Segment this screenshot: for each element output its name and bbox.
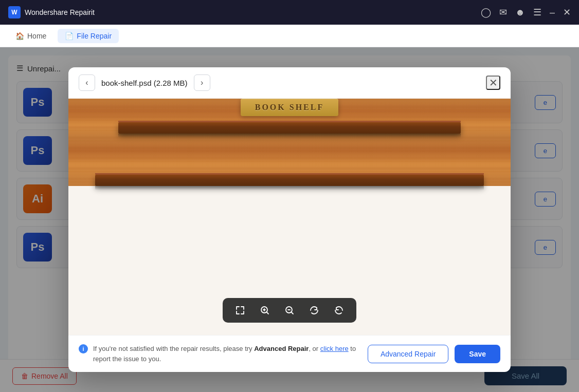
app-name-label: Wondershare Repairit xyxy=(25,8,95,16)
tab-file-repair[interactable]: 📄 File Repair xyxy=(58,29,119,43)
modal-header: ‹ book-shelf.psd (2.28 MB) › ✕ xyxy=(68,67,511,99)
save-label: Save xyxy=(469,350,486,358)
info-icon: i xyxy=(79,344,88,353)
prev-file-button[interactable]: ‹ xyxy=(79,74,95,91)
rotate-cw-button[interactable] xyxy=(307,303,321,318)
shelf-label: BOOK SHELF xyxy=(241,99,338,116)
bottom-shelf xyxy=(95,175,484,186)
bookshelf-image: BOOK SHELF xyxy=(68,99,511,186)
window-controls: ◯ ✉ ☻ ☰ – ✕ xyxy=(481,7,571,18)
app-title: W Wondershare Repairit xyxy=(8,6,95,18)
expand-button[interactable] xyxy=(233,303,247,318)
zoom-out-button[interactable] xyxy=(282,303,297,318)
close-icon: ✕ xyxy=(489,77,498,89)
modal-close-button[interactable]: ✕ xyxy=(486,76,500,90)
nav-bar: 🏠 Home 📄 File Repair xyxy=(0,25,579,47)
minimize-button[interactable]: – xyxy=(550,7,555,18)
info-text-prefix: If you're not satisfied with the repair … xyxy=(93,345,254,352)
support-icon[interactable]: ✉ xyxy=(499,7,507,18)
tab-home-label: Home xyxy=(27,32,46,40)
zoom-in-button[interactable] xyxy=(258,303,272,318)
top-shelf-group: BOOK SHELF xyxy=(95,99,484,134)
footer-actions: Advanced Repair Save xyxy=(368,345,500,363)
info-bold-text: Advanced Repair xyxy=(254,345,309,352)
app-window: W Wondershare Repairit ◯ ✉ ☻ ☰ – ✕ 🏠 Hom… xyxy=(0,0,579,392)
advanced-repair-label: Advanced Repair xyxy=(381,350,436,358)
account-icon[interactable]: ◯ xyxy=(481,7,491,18)
save-button[interactable]: Save xyxy=(455,345,500,363)
modal-image-area: BOOK SHELF xyxy=(68,99,511,335)
file-repair-icon: 📄 xyxy=(65,32,74,40)
app-logo: W xyxy=(8,6,21,18)
rotate-ccw-button[interactable] xyxy=(332,303,346,318)
prev-icon: ‹ xyxy=(85,78,88,87)
footer-info: i If you're not satisfied with the repai… xyxy=(79,344,368,364)
click-here-link[interactable]: click here xyxy=(320,345,349,352)
next-file-button[interactable]: › xyxy=(194,74,210,91)
modal-nav: ‹ book-shelf.psd (2.28 MB) › xyxy=(79,74,210,91)
overlay: ‹ book-shelf.psd (2.28 MB) › ✕ xyxy=(0,47,579,392)
title-bar: W Wondershare Repairit ◯ ✉ ☻ ☰ – ✕ xyxy=(0,0,579,25)
main-content: ☰ Unrepai... Ps e Ps e Ai xyxy=(0,47,579,392)
preview-modal: ‹ book-shelf.psd (2.28 MB) › ✕ xyxy=(68,67,511,372)
feedback-icon[interactable]: ☻ xyxy=(515,7,525,18)
footer-info-text: If you're not satisfied with the repair … xyxy=(93,344,368,364)
menu-icon[interactable]: ☰ xyxy=(533,7,541,18)
info-text-mid: , or xyxy=(309,345,320,352)
tab-file-repair-label: File Repair xyxy=(77,32,112,40)
next-icon: › xyxy=(201,78,203,87)
home-icon: 🏠 xyxy=(15,32,24,40)
tab-home[interactable]: 🏠 Home xyxy=(8,29,53,43)
modal-title: book-shelf.psd (2.28 MB) xyxy=(101,79,188,87)
image-toolbar xyxy=(223,298,356,323)
modal-footer: i If you're not satisfied with the repai… xyxy=(68,335,511,372)
top-shelf xyxy=(118,122,461,134)
advanced-repair-button[interactable]: Advanced Repair xyxy=(368,345,448,363)
close-button[interactable]: ✕ xyxy=(563,7,571,18)
